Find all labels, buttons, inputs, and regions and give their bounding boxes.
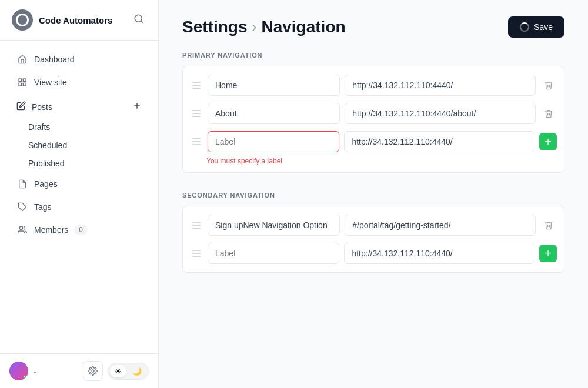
view-site-label: View site (34, 78, 67, 87)
svg-rect-3 (19, 83, 22, 86)
search-button[interactable] (131, 11, 146, 29)
svg-point-0 (135, 15, 142, 22)
drag-handle[interactable] (190, 136, 203, 148)
pages-icon (16, 178, 28, 190)
delete-about-button[interactable] (540, 105, 557, 122)
secondary-nav-card: + (182, 206, 564, 273)
secondary-nav-add-button[interactable]: + (539, 245, 557, 262)
drag-handle[interactable] (190, 108, 203, 119)
primary-nav-new-row-wrapper: + You must specify a label (188, 128, 559, 165)
settings-content: PRIMARY NAVIGATION (159, 52, 588, 315)
members-label: Members (34, 225, 68, 235)
secondary-nav-row-new: + (188, 239, 559, 267)
sidebar-header: Code Automators (0, 0, 158, 41)
secondary-nav-label-input-new[interactable] (208, 243, 339, 264)
sidebar-item-tags[interactable]: Tags (5, 196, 153, 218)
sidebar-item-dashboard[interactable]: Dashboard (5, 48, 153, 71)
breadcrumb-separator: › (252, 19, 256, 35)
primary-nav-row-home (188, 71, 559, 99)
sidebar-item-pages[interactable]: Pages (5, 173, 153, 195)
chevron-down-icon: ⌄ (32, 367, 38, 375)
delete-secondary-1-button[interactable] (540, 217, 557, 233)
primary-nav-label-input-new[interactable] (208, 131, 339, 152)
members-badge: 0 (74, 225, 88, 235)
primary-nav-row-about (188, 99, 559, 128)
sidebar-item-scheduled[interactable]: Scheduled (16, 136, 153, 154)
tags-icon (16, 201, 28, 213)
pages-label: Pages (34, 179, 58, 189)
page-header: Settings › Navigation Save (159, 0, 588, 52)
secondary-nav-row-1 (188, 211, 559, 239)
members-icon (16, 224, 28, 236)
sidebar-item-published[interactable]: Published (16, 155, 153, 172)
primary-nav-url-input-home[interactable] (345, 75, 536, 96)
dashboard-label: Dashboard (34, 55, 75, 64)
settings-button[interactable] (83, 361, 103, 381)
breadcrumb-settings: Settings (182, 18, 247, 36)
secondary-nav-url-input-new[interactable] (344, 243, 534, 264)
secondary-navigation-section: SECONDARY NAVIGATION (182, 192, 564, 273)
breadcrumb: Settings › Navigation (182, 18, 346, 36)
secondary-nav-label: SECONDARY NAVIGATION (182, 192, 564, 199)
primary-nav-label-input-home[interactable] (208, 75, 340, 96)
posts-add-icon[interactable] (132, 101, 142, 112)
house-icon (16, 53, 28, 65)
light-theme-button[interactable]: ☀ (110, 365, 126, 377)
save-label: Save (534, 22, 553, 32)
primary-nav-card: + You must specify a label (182, 66, 564, 173)
avatar (9, 362, 28, 380)
posts-icon (16, 101, 26, 112)
sidebar-navigation: Dashboard View site Posts (0, 41, 158, 353)
logo-icon (12, 9, 33, 31)
primary-nav-error-message: You must specify a label (206, 157, 559, 165)
published-label: Published (28, 159, 65, 168)
save-button[interactable]: Save (508, 16, 564, 38)
svg-point-9 (92, 370, 94, 372)
posts-label: Posts (32, 102, 52, 112)
drag-handle[interactable] (190, 247, 203, 259)
primary-nav-label: PRIMARY NAVIGATION (182, 52, 564, 59)
drag-handle[interactable] (190, 79, 203, 91)
sidebar-item-view-site[interactable]: View site (5, 71, 153, 93)
drafts-label: Drafts (28, 122, 50, 132)
sidebar-item-posts[interactable]: Posts (5, 96, 153, 118)
secondary-nav-label-input-1[interactable] (208, 215, 340, 236)
main-content: Settings › Navigation Save PRIMARY NAVIG… (159, 0, 588, 388)
tags-label: Tags (34, 202, 52, 212)
secondary-nav-url-input-1[interactable] (345, 215, 536, 236)
sidebar-item-members[interactable]: Members 0 (5, 219, 153, 241)
primary-navigation-section: PRIMARY NAVIGATION (182, 52, 564, 173)
primary-nav-url-input-about[interactable] (345, 103, 536, 124)
posts-section: Posts Drafts Scheduled Published (0, 96, 158, 172)
online-indicator (24, 376, 28, 380)
posts-sub-items: Drafts Scheduled Published (0, 118, 158, 172)
svg-rect-2 (23, 79, 26, 82)
theme-toggle[interactable]: ☀ 🌙 (108, 363, 149, 380)
scheduled-label: Scheduled (28, 141, 67, 150)
dark-theme-button[interactable]: 🌙 (128, 365, 146, 377)
primary-nav-url-input-new[interactable] (344, 131, 534, 152)
app-logo[interactable]: Code Automators (12, 9, 112, 31)
loading-spinner (520, 22, 529, 32)
drag-handle[interactable] (190, 219, 203, 231)
svg-rect-4 (23, 83, 26, 86)
primary-nav-label-input-about[interactable] (208, 103, 340, 124)
breadcrumb-navigation: Navigation (261, 18, 345, 36)
sidebar-item-drafts[interactable]: Drafts (16, 118, 153, 136)
svg-rect-1 (19, 79, 22, 82)
svg-point-8 (19, 226, 22, 229)
app-name: Code Automators (39, 15, 112, 25)
primary-nav-add-button[interactable]: + (539, 133, 557, 150)
sidebar-footer: ⌄ ☀ 🌙 (0, 353, 158, 388)
grid-icon (16, 76, 28, 88)
primary-nav-row-new: + (188, 128, 559, 156)
delete-home-button[interactable] (540, 77, 557, 93)
user-menu[interactable]: ⌄ (9, 362, 38, 380)
sidebar: Code Automators Dashboard View site (0, 0, 159, 388)
footer-actions: ☀ 🌙 (83, 361, 149, 381)
